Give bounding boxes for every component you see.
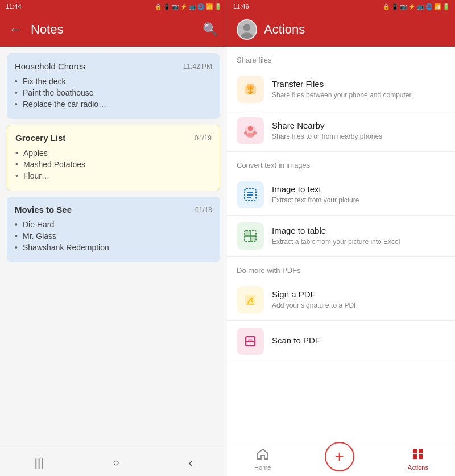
actions-icon — [412, 448, 424, 463]
svg-rect-19 — [251, 237, 255, 241]
note-item: Mr. Glass — [15, 231, 212, 241]
scan-to-pdf-text: Scan to PDF — [272, 336, 320, 347]
image-to-text-icon — [237, 181, 264, 208]
nav-menu-icon[interactable]: ||| — [30, 452, 48, 474]
fab-add-button[interactable]: + — [325, 442, 354, 471]
note-item: Apples — [15, 148, 212, 158]
action-transfer-files[interactable]: Transfer Files Share files between your … — [228, 69, 455, 110]
share-nearby-icon — [237, 117, 264, 144]
action-image-to-table[interactable]: Image to table Extract a table from your… — [228, 216, 455, 257]
left-status-bar: 11:44 🔒 📱 📷 ⚡ 📺 🌐 📶 🔋 — [0, 0, 227, 13]
scan-to-pdf-title: Scan to PDF — [272, 336, 320, 345]
image-to-table-icon — [237, 222, 264, 250]
section-label-pdf: Do more with PDFs — [228, 257, 455, 279]
note-date-3: 01/18 — [195, 206, 212, 214]
left-status-icons: 🔒 📱 📷 ⚡ 📺 🌐 📶 🔋 — [155, 3, 221, 10]
nav-home-icon[interactable]: ○ — [108, 452, 124, 474]
actions-label: Actions — [408, 464, 428, 471]
notes-list: Household Chores 11:42 PM Fix the deck P… — [0, 47, 227, 449]
note-item: Die Hard — [15, 220, 212, 229]
svg-point-1 — [243, 24, 250, 31]
svg-rect-24 — [248, 339, 253, 341]
section-label-share: Share files — [228, 47, 455, 69]
action-scan-to-pdf[interactable]: Scan to PDF — [228, 321, 455, 362]
right-status-icons: 🔒 📱 📷 ⚡ 📺 🌐 📶 🔋 — [383, 3, 449, 10]
svg-point-8 — [246, 133, 254, 138]
svg-rect-25 — [413, 449, 417, 453]
note-header-2: Grocery List 04/19 — [15, 133, 212, 143]
note-list-1: Fix the deck Paint the boathouse Replace… — [15, 77, 212, 109]
svg-rect-26 — [419, 449, 423, 453]
avatar — [237, 19, 257, 40]
image-to-table-title: Image to table — [272, 226, 400, 235]
note-title-2: Grocery List — [15, 133, 65, 143]
action-share-nearby[interactable]: Share Nearby Share files to or from near… — [228, 110, 455, 152]
note-item: Flour… — [15, 171, 212, 180]
image-to-text-desc: Extract text from your picture — [272, 196, 359, 205]
bottom-nav-fab[interactable]: + — [316, 445, 363, 474]
note-list-2: Apples Mashed Potatoes Flour… — [15, 148, 212, 180]
note-card-grocery[interactable]: Grocery List 04/19 Apples Mashed Potatoe… — [7, 125, 220, 191]
image-to-table-text: Image to table Extract a table from your… — [272, 226, 400, 247]
home-icon — [257, 448, 269, 463]
bottom-nav: Home + Actions — [228, 442, 455, 476]
sign-pdf-icon — [237, 286, 264, 313]
note-date-2: 04/19 — [195, 134, 212, 142]
sign-pdf-text: Sign a PDF Add your signature to a PDF — [272, 289, 358, 311]
transfer-files-icon — [237, 76, 264, 103]
share-nearby-text: Share Nearby Share files to or from near… — [272, 121, 382, 142]
scan-to-pdf-icon — [237, 328, 264, 355]
right-status-time: 11:46 — [233, 3, 249, 10]
action-sign-pdf[interactable]: Sign a PDF Add your signature to a PDF — [228, 279, 455, 321]
home-label: Home — [254, 464, 271, 471]
image-to-text-text: Image to text Extract text from your pic… — [272, 184, 359, 205]
nav-back-icon[interactable]: ‹ — [184, 452, 197, 474]
section-label-convert: Convert text in images — [228, 152, 455, 174]
back-icon[interactable]: ← — [9, 22, 22, 37]
svg-rect-28 — [419, 454, 423, 459]
add-icon: + — [334, 449, 344, 465]
note-list-3: Die Hard Mr. Glass Shawshank Redemption — [15, 220, 212, 252]
share-nearby-title: Share Nearby — [272, 121, 382, 130]
svg-rect-18 — [245, 231, 250, 235]
transfer-files-title: Transfer Files — [272, 79, 412, 89]
note-item: Fix the deck — [15, 77, 212, 86]
transfer-files-desc: Share files between your phone and compu… — [272, 90, 412, 100]
note-item: Paint the boathouse — [15, 88, 212, 97]
actions-content: Share files Transfer Files Share files b… — [228, 47, 455, 442]
note-header-3: Movies to See 01/18 — [15, 205, 212, 214]
note-card-household[interactable]: Household Chores 11:42 PM Fix the deck P… — [7, 53, 220, 119]
left-nav-bar: ||| ○ ‹ — [0, 449, 227, 476]
note-item: Mashed Potatoes — [15, 160, 212, 169]
left-panel: 11:44 🔒 📱 📷 ⚡ 📺 🌐 📶 🔋 ← Notes 🔍 Househol… — [0, 0, 228, 476]
image-to-text-title: Image to text — [272, 184, 359, 194]
transfer-files-text: Transfer Files Share files between your … — [272, 79, 412, 100]
bottom-nav-actions[interactable]: Actions — [399, 445, 437, 473]
note-card-movies[interactable]: Movies to See 01/18 Die Hard Mr. Glass S… — [7, 197, 220, 262]
note-title-1: Household Chores — [15, 61, 85, 71]
right-app-header: Actions — [228, 13, 455, 47]
note-item: Shawshank Redemption — [15, 243, 212, 252]
left-status-time: 11:44 — [6, 3, 22, 10]
svg-point-10 — [253, 131, 257, 135]
right-panel: 11:46 🔒 📱 📷 ⚡ 📺 🌐 📶 🔋 Actions Share file… — [228, 0, 455, 476]
sign-pdf-desc: Add your signature to a PDF — [272, 301, 358, 311]
right-header-title: Actions — [264, 22, 446, 37]
right-status-bar: 11:46 🔒 📱 📷 ⚡ 📺 🌐 📶 🔋 — [228, 0, 455, 13]
share-nearby-desc: Share files to or from nearby phones — [272, 132, 382, 142]
svg-point-9 — [244, 131, 247, 135]
action-image-to-text[interactable]: Image to text Extract text from your pic… — [228, 174, 455, 216]
image-to-table-desc: Extract a table from your picture into E… — [272, 237, 400, 247]
svg-point-7 — [248, 126, 253, 131]
bottom-nav-home[interactable]: Home — [245, 445, 280, 473]
note-item: Replace the car radio… — [15, 100, 212, 109]
left-header-title: Notes — [31, 22, 193, 37]
sign-pdf-title: Sign a PDF — [272, 289, 358, 299]
note-header-1: Household Chores 11:42 PM — [15, 61, 212, 71]
note-date-1: 11:42 PM — [183, 63, 212, 71]
left-app-header: ← Notes 🔍 — [0, 13, 227, 47]
svg-rect-27 — [413, 454, 417, 459]
search-icon[interactable]: 🔍 — [202, 22, 218, 37]
note-title-3: Movies to See — [15, 205, 72, 214]
